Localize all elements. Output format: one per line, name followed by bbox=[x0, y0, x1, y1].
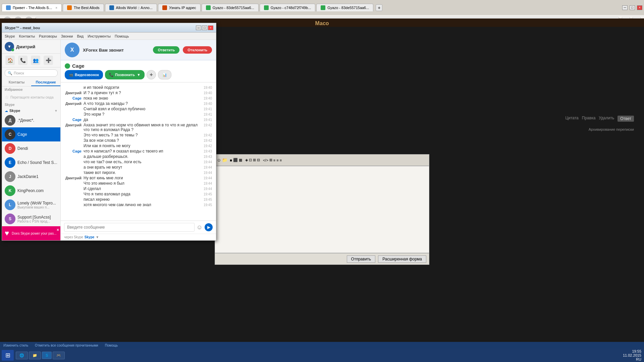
add-button[interactable]: + bbox=[147, 70, 156, 79]
toolbar-icon-7[interactable]: ⊟ bbox=[257, 158, 260, 162]
smiley-icon[interactable]: ☺ bbox=[217, 158, 221, 163]
taskbar-explorer[interactable]: 📁 bbox=[29, 352, 41, 359]
chat-header: Cage 📹 Видеозвонок 📞 Позвонить ▼ + bbox=[61, 60, 216, 82]
tab-gyazo2[interactable]: Gyazo - c748d72f749b... bbox=[260, 4, 315, 11]
table-row: и ип твоей подсети 19:40 bbox=[65, 85, 212, 90]
home-icon[interactable]: 🏠 bbox=[5, 56, 15, 65]
menu-skype[interactable]: Skype bbox=[5, 34, 15, 38]
via-skype-dropdown[interactable]: ▼ bbox=[96, 235, 99, 239]
skype-collapse-icon[interactable]: ▼ bbox=[54, 109, 58, 113]
decline-button[interactable]: Отклонить bbox=[183, 46, 212, 54]
tab-favicon-ip bbox=[162, 5, 167, 10]
tab-allods-active[interactable]: Привет - The Allods Б... × bbox=[2, 4, 62, 11]
toolbar-icon-2[interactable]: ⬛ bbox=[233, 158, 238, 162]
call-dropdown-icon[interactable]: ▼ bbox=[137, 73, 141, 77]
format-align-r[interactable]: ≡ bbox=[280, 158, 282, 162]
contact-item-lonely[interactable]: L Lonely (WoW Topro... Выкупаем ваших п.… bbox=[2, 198, 60, 212]
toolbar-icon-1[interactable]: ■ bbox=[230, 158, 232, 162]
toolbar-icon-4[interactable]: ◈ bbox=[245, 158, 248, 162]
quote-button[interactable]: Цитата bbox=[565, 116, 578, 122]
contact-item-king[interactable]: K KingPeon.com bbox=[2, 184, 60, 198]
msg-text: пока не знаю bbox=[84, 96, 202, 101]
msg-time: 19:44 bbox=[204, 160, 212, 164]
menu-contacts[interactable]: Контакты bbox=[19, 34, 35, 38]
minimize-skype[interactable]: ─ bbox=[196, 25, 201, 30]
edit-button[interactable]: Правка bbox=[582, 116, 596, 122]
tab-gyazo1[interactable]: Gyazo - 83de55715aa6... bbox=[202, 4, 259, 11]
msg-time: 19:44 bbox=[204, 182, 212, 185]
menu-calls[interactable]: Звонки bbox=[61, 34, 73, 38]
format-table[interactable]: ⊞ bbox=[269, 158, 272, 162]
taskbar-skype[interactable]: S bbox=[42, 352, 52, 359]
send-button[interactable]: Отправить bbox=[347, 255, 376, 263]
taskbar-steam[interactable]: 🎮 bbox=[53, 352, 65, 359]
tab-ip[interactable]: Узнать IP адрес bbox=[158, 4, 201, 11]
answer-button[interactable]: Ответить bbox=[153, 46, 179, 54]
menu-conversations[interactable]: Разговоры bbox=[39, 34, 57, 38]
messages-area[interactable]: и ип твоей подсети 19:40 Дмитрий И ? а п… bbox=[61, 82, 216, 221]
tab-recent[interactable]: Последние bbox=[31, 79, 60, 86]
close-skype[interactable]: × bbox=[208, 25, 213, 30]
contact-item-jack[interactable]: J JackDanie1 bbox=[2, 170, 60, 184]
close-button[interactable]: × bbox=[637, 5, 642, 10]
status-link-read[interactable]: Отметить все сообщения прочитанными bbox=[35, 344, 98, 347]
reply-textarea[interactable] bbox=[215, 166, 429, 253]
new-tab-button[interactable]: + bbox=[376, 4, 382, 11]
tab-best-allods[interactable]: The Best Allods bbox=[63, 4, 104, 11]
contact-info-dendi: Dendi bbox=[17, 146, 28, 151]
format-align-c[interactable]: ≡ bbox=[276, 158, 278, 162]
toolbar-icon-6[interactable]: ⊞ bbox=[253, 158, 256, 162]
restore-skype[interactable]: □ bbox=[202, 25, 207, 30]
add-contact-icon[interactable]: ➕ bbox=[44, 56, 53, 65]
taskbar-browser[interactable]: 🌐 bbox=[16, 352, 28, 359]
tab-label-allods: Привет - The Allods Б... bbox=[13, 6, 52, 10]
expand-form-button[interactable]: Расширенная форма bbox=[378, 255, 426, 263]
msg-time: 19:44 bbox=[204, 187, 212, 191]
toolbar-icon-5[interactable]: ⊡ bbox=[249, 158, 252, 162]
contact-item-cage[interactable]: C Cage bbox=[2, 127, 60, 141]
browser-tab-bar: Привет - The Allods Б... × The Best Allo… bbox=[0, 0, 644, 15]
message-input[interactable] bbox=[64, 223, 195, 232]
msg-text: такие вот пироги. bbox=[84, 170, 202, 175]
minimize-button[interactable]: ─ bbox=[622, 5, 628, 10]
contact-item-dendi[interactable]: D Dendi bbox=[2, 141, 60, 156]
tab-gyazo3[interactable]: Gyazo - 83de55715aa6... bbox=[316, 4, 373, 11]
stats-button[interactable]: 📊 bbox=[158, 70, 171, 79]
video-call-button[interactable]: 📹 Видеозвонок bbox=[65, 70, 103, 79]
tab-favicon-allods bbox=[6, 5, 11, 10]
maximize-button[interactable]: □ bbox=[630, 5, 635, 10]
search-box[interactable]: 🔍 Поиск bbox=[5, 69, 58, 77]
call-icon[interactable]: 📞 bbox=[18, 56, 28, 65]
tab-favicon-gyazo3 bbox=[321, 5, 325, 10]
call-button[interactable]: 📞 Позвонить ▼ bbox=[105, 70, 145, 79]
send-icon-button[interactable]: ▶ bbox=[205, 223, 213, 231]
ad-heart-icon: ♥ bbox=[5, 229, 9, 238]
status-link-style[interactable]: Изменить стиль bbox=[3, 344, 28, 347]
contact-item-echo[interactable]: E Echo / Sound Test S... bbox=[2, 156, 60, 170]
tab-contacts[interactable]: Контакты bbox=[2, 79, 31, 86]
via-skype-bar: через Skype Skype ▼ bbox=[61, 234, 216, 240]
status-link-help[interactable]: Помощь bbox=[105, 344, 118, 347]
contact-item-denis[interactable]: Д .*Денис*. bbox=[2, 113, 60, 127]
tab-close-allods[interactable]: × bbox=[55, 6, 57, 10]
files-icon[interactable]: 📁 bbox=[222, 158, 227, 163]
delete-button[interactable]: Удалить bbox=[599, 116, 614, 122]
start-button[interactable]: ⊞ bbox=[2, 350, 14, 361]
toolbar-icon-3[interactable]: ▦ bbox=[239, 158, 242, 162]
contact-item-support[interactable]: S Support [SunAcss] Работа с PSN прод... bbox=[2, 212, 60, 226]
contact-sub-lonely: Выкупаем ваших п... bbox=[17, 205, 51, 209]
emoji-button[interactable]: ☺ bbox=[197, 224, 203, 231]
ad-close-button[interactable]: × bbox=[57, 228, 59, 232]
contact-avatar-lonely: L bbox=[5, 199, 15, 210]
answer-button[interactable]: Ответ bbox=[618, 116, 634, 122]
contact-name-support: Support [SunAcss] bbox=[17, 215, 51, 220]
format-align-l[interactable]: ≡ bbox=[273, 158, 275, 162]
menu-tools[interactable]: Инструменты bbox=[88, 34, 111, 38]
table-row: Дмитрий Ну вот кинь мне логи 19:44 bbox=[65, 176, 212, 180]
menu-view[interactable]: Вид bbox=[77, 34, 84, 38]
format-code[interactable]: </> bbox=[263, 158, 268, 162]
menu-help[interactable]: Помощь bbox=[115, 34, 129, 38]
group-icon[interactable]: 👥 bbox=[31, 56, 40, 65]
tab-allods-world[interactable]: Allods World :: Алло... bbox=[105, 4, 157, 11]
table-row: такие вот пироги. 19:44 bbox=[65, 170, 212, 175]
